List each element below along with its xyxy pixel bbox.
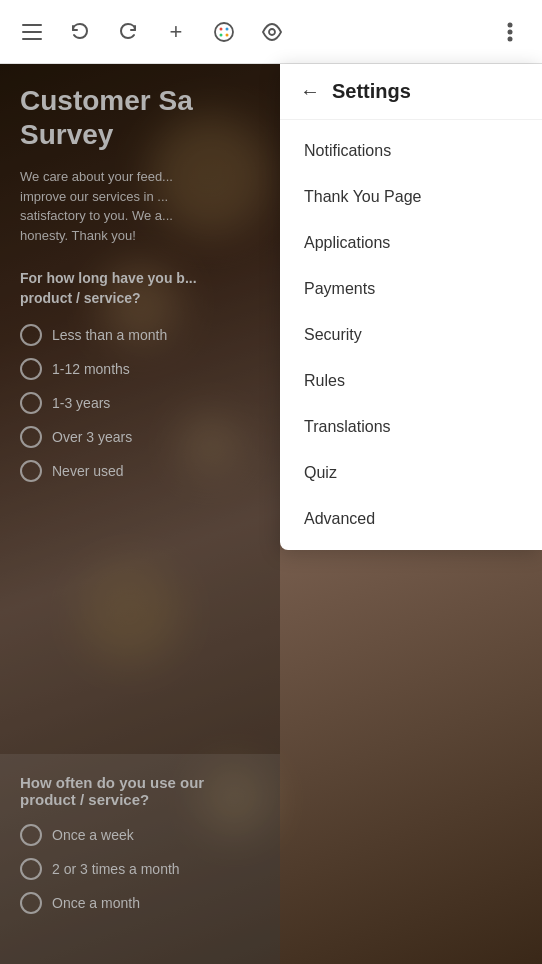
svg-point-4 <box>220 27 223 30</box>
settings-item-thank-you-page[interactable]: Thank You Page <box>280 174 542 220</box>
svg-rect-0 <box>22 24 42 26</box>
svg-rect-1 <box>22 31 42 33</box>
svg-rect-2 <box>22 38 42 40</box>
svg-point-9 <box>508 22 513 27</box>
settings-panel: ← Settings Notifications Thank You Page … <box>280 64 542 550</box>
svg-point-10 <box>508 29 513 34</box>
settings-item-rules[interactable]: Rules <box>280 358 542 404</box>
svg-point-7 <box>226 33 229 36</box>
toolbar: + <box>0 0 542 64</box>
overlay-dim <box>0 64 280 964</box>
more-options-button[interactable] <box>490 12 530 52</box>
settings-item-applications[interactable]: Applications <box>280 220 542 266</box>
settings-item-translations[interactable]: Translations <box>280 404 542 450</box>
palette-button[interactable] <box>204 12 244 52</box>
svg-point-3 <box>215 23 233 41</box>
svg-point-5 <box>226 27 229 30</box>
redo-button[interactable] <box>108 12 148 52</box>
settings-item-notifications[interactable]: Notifications <box>280 128 542 174</box>
add-button[interactable]: + <box>156 12 196 52</box>
settings-item-advanced[interactable]: Advanced <box>280 496 542 542</box>
back-button[interactable]: ← <box>300 80 320 103</box>
svg-point-11 <box>508 36 513 41</box>
settings-title: Settings <box>332 80 411 103</box>
settings-header: ← Settings <box>280 64 542 120</box>
settings-item-quiz[interactable]: Quiz <box>280 450 542 496</box>
settings-menu: Notifications Thank You Page Application… <box>280 120 542 550</box>
preview-button[interactable] <box>252 12 292 52</box>
settings-item-payments[interactable]: Payments <box>280 266 542 312</box>
svg-point-6 <box>220 33 223 36</box>
settings-item-security[interactable]: Security <box>280 312 542 358</box>
menu-icon[interactable] <box>12 12 52 52</box>
svg-point-8 <box>269 29 275 35</box>
undo-button[interactable] <box>60 12 100 52</box>
